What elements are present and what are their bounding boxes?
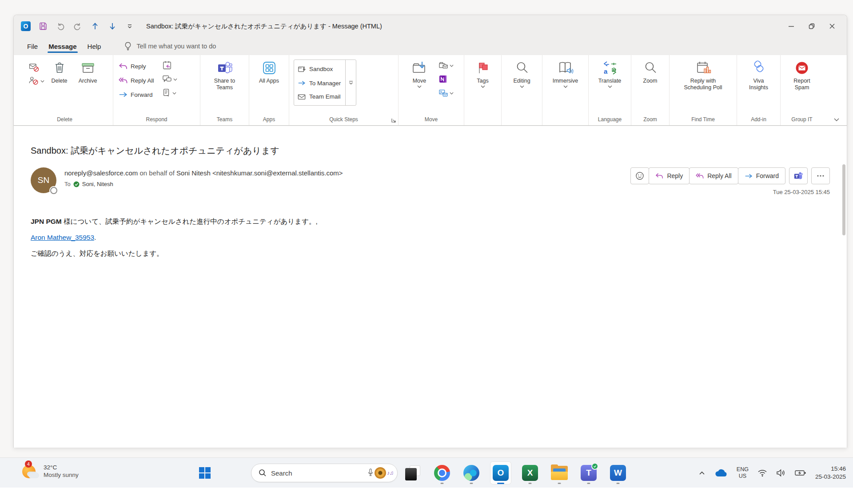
sender-avatar[interactable]: SN <box>31 167 56 193</box>
music-disc-art <box>375 467 386 479</box>
body-line-2: Aron Mathew_35953. <box>31 230 830 246</box>
notification-badge: 4 <box>25 460 32 468</box>
to-recipient[interactable]: Soni, Nitesh <box>82 181 113 187</box>
wifi-icon[interactable] <box>757 469 767 477</box>
reply-with-scheduling-poll-button[interactable]: Reply with Scheduling Poll <box>677 59 730 114</box>
message-subject: Sandbox: 試乗がキャンセルされたオポチュニティがあります <box>31 145 847 157</box>
move-to-folder-icon <box>298 65 306 73</box>
teams-status-check-icon <box>591 463 598 470</box>
delete-button[interactable]: Delete <box>47 59 72 114</box>
ignore-button[interactable] <box>28 62 44 72</box>
battery-charging-icon[interactable] <box>795 469 806 476</box>
meeting-reply-button[interactable] <box>162 60 177 70</box>
volume-icon[interactable] <box>776 469 786 477</box>
translate-button[interactable]: a Translate <box>593 59 627 114</box>
taskbar-excel[interactable]: X <box>519 461 541 484</box>
quick-steps-box: Sandbox To Manager Team Email <box>294 60 356 106</box>
from-connector: on behalf of <box>138 169 176 177</box>
editing-button[interactable]: Editing <box>505 59 539 114</box>
group-label-group-it: Group IT <box>783 114 821 125</box>
actions-button[interactable] <box>438 88 454 98</box>
group-label-tags <box>467 114 498 125</box>
search-label: Search <box>271 469 367 477</box>
forward-button[interactable]: Forward <box>119 89 154 100</box>
move-folder-icon <box>411 60 427 76</box>
all-apps-button[interactable]: All Apps <box>252 59 286 114</box>
quick-access-toolbar: O <box>21 21 135 31</box>
taskbar-outlook[interactable]: O <box>490 461 511 484</box>
report-spam-button[interactable]: Report Spam <box>785 59 819 114</box>
language-indicator[interactable]: ENG US <box>737 466 749 480</box>
weather-widget[interactable]: 4 32°C Mostly sunny <box>21 462 79 480</box>
tab-message[interactable]: Message <box>43 39 82 54</box>
quick-steps-dialog-launcher[interactable] <box>391 118 396 123</box>
body-line-1: JPN PGM 様について、試乗予約がキャンセルされた進行中のオポチュニティがあ… <box>31 214 830 230</box>
scrollbar-thumb[interactable] <box>842 164 845 235</box>
restore-button[interactable] <box>801 17 822 35</box>
taskbar-search[interactable]: Search ♪♫ <box>251 464 398 482</box>
im-button[interactable] <box>162 74 177 84</box>
onedrive-icon[interactable] <box>714 468 728 477</box>
scrollbar[interactable] <box>842 164 845 431</box>
tab-help[interactable]: Help <box>82 39 107 54</box>
translate-icon: a <box>602 60 618 76</box>
share-to-teams-button[interactable]: Share to Teams <box>207 59 242 114</box>
ribbon-group-apps: All Apps Apps <box>249 55 289 125</box>
reply-all-button-header[interactable]: Reply All <box>689 167 738 184</box>
chevron-down-icon <box>450 64 454 67</box>
quick-steps-more-button[interactable] <box>345 60 356 105</box>
magnifier-icon <box>514 60 530 76</box>
quick-step-sandbox[interactable]: Sandbox <box>298 65 341 73</box>
group-label-respond: Respond <box>116 114 197 125</box>
rules-button[interactable] <box>438 60 454 70</box>
share-to-teams-header-button[interactable] <box>789 167 808 184</box>
forward-as-button[interactable] <box>162 88 177 98</box>
reply-all-button[interactable]: Reply All <box>119 75 154 86</box>
block-sender-button[interactable] <box>28 76 44 86</box>
tab-file[interactable]: File <box>22 39 43 54</box>
save-icon[interactable] <box>38 21 48 31</box>
edge-icon <box>463 465 479 481</box>
move-button[interactable]: Move <box>405 59 434 114</box>
move-down-icon[interactable] <box>108 21 117 31</box>
taskbar-task-view[interactable] <box>402 461 423 484</box>
customize-quick-access-icon[interactable] <box>125 21 135 31</box>
tray-chevron-up-icon[interactable] <box>698 470 706 476</box>
forward-button-header[interactable]: Forward <box>738 167 785 184</box>
close-button[interactable] <box>822 17 842 35</box>
zoom-button[interactable]: Zoom <box>634 59 666 114</box>
collapse-ribbon-button[interactable] <box>833 118 840 122</box>
taskbar-file-explorer[interactable] <box>549 461 570 484</box>
archive-button[interactable]: Archive <box>75 59 101 114</box>
reply-all-arrow-icon <box>119 77 128 84</box>
emoji-reaction-button[interactable] <box>630 167 649 184</box>
taskbar-chrome[interactable] <box>431 461 453 484</box>
opportunity-link[interactable]: Aron Mathew_35953 <box>31 234 94 241</box>
taskbar-edge[interactable] <box>461 461 482 484</box>
message-header: SN noreply@salesforce.com on behalf of S… <box>31 167 830 193</box>
music-notes-icon: ♪♫ <box>387 470 394 476</box>
taskbar-word[interactable]: W <box>607 461 629 484</box>
undo-icon[interactable] <box>56 21 65 31</box>
onenote-button[interactable] <box>438 74 454 84</box>
clock[interactable]: 15:46 25-03-2025 <box>815 465 846 481</box>
group-label-find-time: Find Time <box>672 114 734 125</box>
viva-insights-button[interactable]: Viva Insights <box>741 59 776 114</box>
move-up-icon[interactable] <box>90 21 100 31</box>
group-label-delete: Delete <box>19 114 110 125</box>
from-email: noreply@salesforce.com <box>64 169 138 177</box>
group-label-apps: Apps <box>252 114 286 125</box>
start-button[interactable] <box>198 466 212 480</box>
reply-button[interactable]: Reply <box>119 60 154 72</box>
reply-button-header[interactable]: Reply <box>649 167 690 184</box>
more-actions-button[interactable] <box>811 167 830 184</box>
quick-step-to-manager[interactable]: To Manager <box>298 80 341 87</box>
minimize-button[interactable] <box>781 17 801 35</box>
immersive-button[interactable]: Immersive <box>545 59 586 114</box>
taskbar-teams[interactable]: T <box>578 461 599 484</box>
redo-icon[interactable] <box>73 21 83 31</box>
tell-me-box[interactable]: Tell me what you want to do <box>124 42 216 51</box>
quick-step-team-email[interactable]: Team Email <box>298 93 341 100</box>
group-label-quick-steps: Quick Steps <box>292 114 395 125</box>
tags-button[interactable]: Tags <box>467 59 498 114</box>
